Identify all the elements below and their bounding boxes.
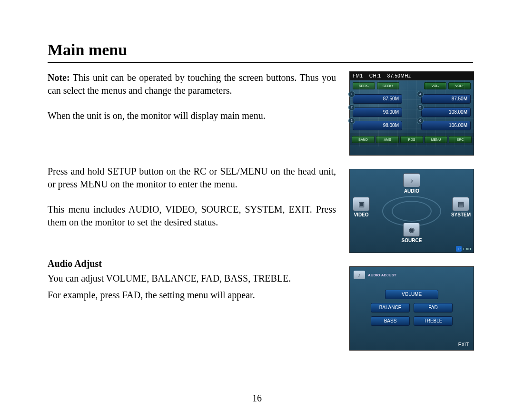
menu-exit[interactable]: ↩ EXIT [456, 246, 472, 252]
system-icon: ▤ [452, 197, 469, 211]
preset-val: 87.50M [383, 96, 399, 101]
radio-top-buttons: SEEK- SEEK+ VOL- VOL+ [350, 80, 474, 89]
preset-num: 4 [417, 91, 424, 98]
note-text: This unit can be operated by touching th… [48, 72, 336, 96]
preset-2[interactable]: 290.00M [353, 107, 402, 117]
vol-minus-button[interactable]: VOL- [424, 82, 446, 89]
audio-adjust-heading: Audio Adjust [48, 257, 336, 270]
menu-exit-label: EXIT [463, 247, 472, 251]
balance-button[interactable]: BALANCE [371, 303, 410, 313]
preset-num: 5 [417, 104, 424, 111]
exit-icon: ↩ [456, 246, 462, 252]
music-icon: ♪ [403, 173, 420, 187]
preset-val: 106.00M [449, 123, 467, 128]
treble-button[interactable]: TREBLE [414, 316, 453, 326]
menu-source-label: SOURCE [402, 238, 422, 243]
radio-status-bar: FM1 CH:1 87.50MHz [350, 72, 474, 80]
preset-num: 1 [348, 91, 355, 98]
menu-audio[interactable]: ♪ AUDIO [403, 173, 420, 194]
seek-plus-button[interactable]: SEEK+ [377, 82, 399, 89]
preset-5[interactable]: 5108.00M [421, 107, 471, 117]
paragraph-3: Press and hold SETUP button on the RC or… [48, 165, 336, 191]
preset-num: 3 [348, 117, 355, 124]
menu-video[interactable]: ▣ VIDEO [353, 197, 370, 217]
rds-button[interactable]: RDS [400, 136, 423, 143]
preset-val: 90.00M [383, 109, 399, 115]
menu-source[interactable]: ◉ SOURCE [402, 223, 422, 243]
radio-band: FM1 [353, 73, 363, 78]
menu-system-label: SYSTEM [451, 212, 471, 217]
ams-button[interactable]: AMS [376, 136, 399, 143]
audio-line-2: For example, press FAD, the setting menu… [48, 289, 336, 302]
audio-exit[interactable]: EXIT [458, 342, 469, 347]
menu-button[interactable]: MENU [425, 136, 447, 143]
ring-decoration [392, 201, 432, 222]
vol-plus-button[interactable]: VOL+ [448, 82, 471, 89]
audio-adjust-header: ♪ AUDIO ADJUST [354, 271, 396, 279]
bass-button[interactable]: BASS [371, 316, 410, 326]
source-icon: ◉ [403, 223, 420, 237]
preset-val: 87.50M [452, 96, 467, 101]
paragraph-4: This menu includes AUDIO, VIDEO, SOURCE,… [48, 203, 336, 229]
paragraph-2: When the unit is on, the monitor will di… [48, 109, 336, 122]
audio-line-1: You can adjust VOLUME, BALANCE, FAD, BAS… [48, 272, 336, 285]
preset-num: 6 [417, 117, 424, 124]
music-icon: ♪ [354, 271, 365, 279]
video-icon: ▣ [353, 197, 370, 211]
body-text: Note: This unit can be operated by touch… [48, 71, 336, 351]
note-paragraph: Note: This unit can be operated by touch… [48, 71, 336, 97]
preset-4[interactable]: 487.50M [421, 94, 471, 104]
main-menu-screenshot: ♪ AUDIO ▣ VIDEO ▤ SYSTEM ◉ SOURCE [349, 169, 474, 253]
preset-val: 98.00M [383, 123, 399, 128]
radio-channel: CH:1 [369, 73, 381, 78]
preset-val: 108.00M [449, 109, 467, 115]
audio-adjust-header-label: AUDIO ADJUST [368, 273, 396, 277]
note-label: Note: [48, 72, 70, 83]
radio-screenshot: FM1 CH:1 87.50MHz SEEK- SEEK+ VOL- VOL+ … [349, 71, 474, 156]
menu-audio-label: AUDIO [403, 188, 420, 194]
preset-6[interactable]: 6106.00M [421, 121, 471, 130]
preset-num: 2 [348, 104, 355, 111]
seek-minus-button[interactable]: SEEK- [353, 82, 375, 89]
band-button[interactable]: BAND [352, 136, 375, 143]
preset-1[interactable]: 187.50M [353, 94, 402, 104]
page-number: 16 [0, 393, 514, 404]
volume-button[interactable]: VOLUME [385, 290, 438, 299]
src-button[interactable]: SRC [449, 136, 472, 143]
radio-bottom-buttons: BAND AMS RDS MENU SRC [350, 133, 474, 145]
divider [48, 62, 473, 63]
menu-video-label: VIDEO [353, 212, 370, 217]
preset-3[interactable]: 398.00M [353, 121, 402, 130]
page-title: Main menu [48, 41, 473, 59]
radio-frequency: 87.50MHz [387, 73, 411, 78]
fad-button[interactable]: FAD [414, 303, 453, 313]
menu-system[interactable]: ▤ SYSTEM [451, 197, 471, 217]
audio-adjust-screenshot: ♪ AUDIO ADJUST VOLUME BALANCE FAD BASS T… [349, 266, 474, 351]
radio-presets: 187.50M 487.50M 290.00M 5108.00M 398.00M… [350, 89, 474, 133]
